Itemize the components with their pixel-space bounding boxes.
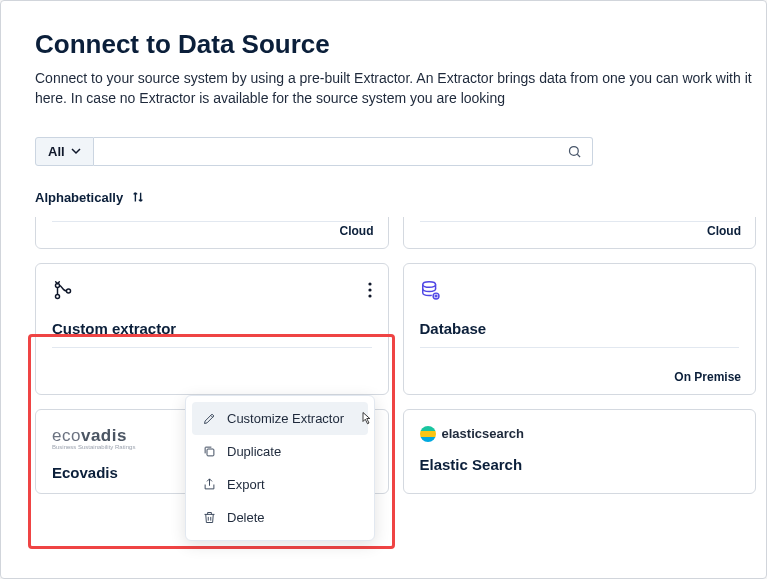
cards-container: Coupa Cloud Coupa V2 Cloud [35, 217, 766, 557]
svg-rect-10 [207, 449, 214, 456]
elasticsearch-logo: elasticsearch [420, 426, 740, 442]
database-icon [420, 280, 442, 302]
card-context-menu: Customize Extractor Duplicate Export Del… [185, 395, 375, 541]
search-input[interactable] [102, 138, 567, 165]
chevron-down-icon [71, 146, 81, 156]
deployment-badge: Cloud [707, 224, 741, 238]
menu-item-export[interactable]: Export [192, 468, 368, 501]
filter-bar: All [35, 137, 766, 166]
app-window: Connect to Data Source Connect to your s… [0, 0, 767, 579]
sort-arrows-icon [131, 190, 145, 204]
page-title: Connect to Data Source [35, 29, 766, 60]
page-subtitle: Connect to your source system by using a… [35, 68, 766, 109]
deployment-badge: On Premise [674, 370, 741, 384]
kebab-icon [368, 282, 372, 298]
svg-line-1 [577, 154, 580, 157]
card-coupa[interactable]: Coupa Cloud [35, 217, 389, 249]
search-icon [567, 144, 582, 159]
card-menu-button[interactable] [368, 282, 372, 302]
duplicate-icon [202, 444, 217, 459]
menu-item-duplicate[interactable]: Duplicate [192, 435, 368, 468]
mouse-cursor [357, 411, 375, 433]
sort-label: Alphabetically [35, 190, 123, 205]
svg-point-3 [55, 294, 59, 298]
filter-all-label: All [48, 144, 65, 159]
menu-item-label: Delete [227, 510, 265, 525]
card-title: Custom extractor [52, 320, 372, 337]
trash-icon [202, 510, 217, 525]
deployment-badge: Cloud [340, 224, 374, 238]
svg-point-5 [368, 282, 371, 285]
card-database[interactable]: Database On Premise [403, 263, 757, 395]
menu-item-delete[interactable]: Delete [192, 501, 368, 534]
filter-all-dropdown[interactable]: All [35, 137, 94, 166]
card-custom-extractor[interactable]: Custom extractor [35, 263, 389, 395]
menu-item-label: Export [227, 477, 265, 492]
card-coupa-v2[interactable]: Coupa V2 Cloud [403, 217, 757, 249]
search-field-wrap [94, 137, 593, 166]
svg-point-8 [422, 281, 435, 287]
elasticsearch-logo-icon [420, 426, 436, 442]
card-title: Elastic Search [420, 456, 740, 473]
sort-control[interactable]: Alphabetically [35, 190, 766, 205]
svg-point-0 [569, 146, 578, 155]
menu-item-customize[interactable]: Customize Extractor [192, 402, 368, 435]
branch-icon [52, 280, 74, 302]
card-elastic-search[interactable]: elasticsearch Elastic Search [403, 409, 757, 494]
card-title: Database [420, 320, 740, 337]
menu-item-label: Customize Extractor [227, 411, 344, 426]
svg-point-6 [368, 288, 371, 291]
export-icon [202, 477, 217, 492]
svg-point-4 [66, 289, 70, 293]
menu-item-label: Duplicate [227, 444, 281, 459]
svg-point-7 [368, 294, 371, 297]
pencil-icon [202, 411, 217, 426]
